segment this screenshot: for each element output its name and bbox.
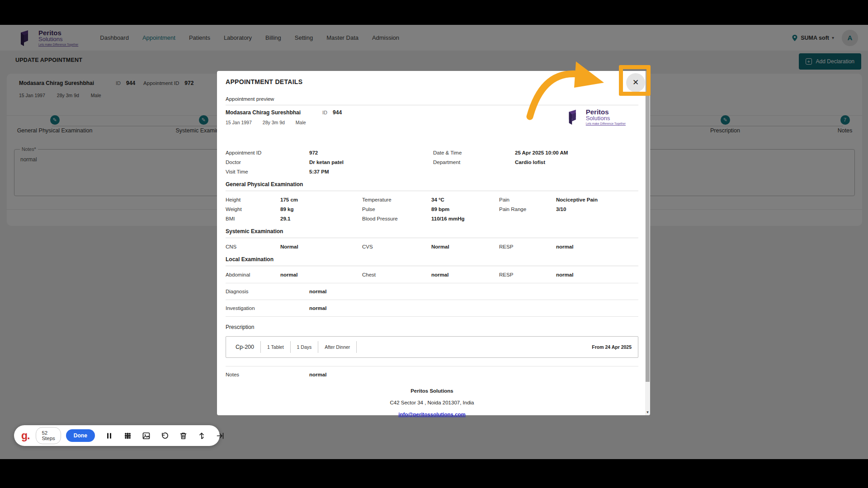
modal-notes-row: Notes normal: [226, 372, 638, 377]
detail-label: CVS: [362, 244, 431, 249]
skip-to-end-button[interactable]: [216, 432, 225, 440]
section-title-local: Local Examination: [226, 256, 638, 263]
divider: [226, 316, 638, 317]
detail-label: Investigation: [226, 305, 309, 311]
detail-value: normal: [309, 289, 638, 294]
section-title-systemic: Systemic Examination: [226, 228, 638, 235]
delete-button[interactable]: [179, 432, 188, 440]
divider: [226, 238, 638, 238]
detail-value: Normal: [280, 244, 362, 249]
detail-label: Appointment ID: [226, 150, 309, 155]
detail-label: Department: [433, 160, 515, 165]
upload-button[interactable]: [198, 432, 206, 440]
gpe-grid: Height 175 cm Temperature 34 °C Pain Noc…: [226, 197, 638, 221]
patient-dob: 15 Jan 1997: [226, 120, 252, 125]
divider: [318, 341, 318, 353]
medicine-duration: 1 Days: [297, 344, 312, 350]
detail-value: Dr ketan patel: [309, 160, 433, 165]
divider: [226, 366, 638, 366]
patient-name: Modasara Chirag Sureshbhai: [226, 109, 301, 116]
diagnosis-row: Diagnosis normal: [226, 289, 638, 294]
brand-text: Peritos Solutions Lets make Difference T…: [586, 108, 626, 126]
steps-count-button[interactable]: 52 Steps: [36, 427, 61, 444]
brand-line2: Solutions: [586, 115, 626, 122]
detail-label: Weight: [226, 206, 280, 212]
guidde-toolbar: g. 52 Steps Done: [14, 425, 220, 446]
detail-value: normal: [280, 272, 362, 277]
brand-cube-icon: [566, 108, 583, 127]
detail-label: Visit Time: [226, 169, 309, 174]
detail-value: 175 cm: [280, 197, 362, 202]
detail-label: Abdominal: [226, 272, 280, 277]
footer-email-link[interactable]: info@peritossolutions.com: [398, 412, 466, 417]
medicine-dose: 1 Tablet: [267, 344, 284, 350]
detail-value: 25 Apr 2025 10:00 AM: [515, 150, 638, 155]
divider: [226, 300, 638, 300]
appointment-details-modal: APPOINTMENT DETAILS ✕ Appointment previe…: [217, 71, 650, 415]
undo-button[interactable]: [160, 432, 169, 440]
detail-value: Cardio lofist: [515, 160, 638, 165]
detail-label: BMI: [226, 216, 280, 221]
footer-address: C42 Sector 34 , Noida 201307, India: [226, 400, 638, 405]
footer-company: Peritos Solutions: [226, 388, 638, 394]
blur-button[interactable]: [123, 432, 132, 440]
detail-label: Height: [226, 197, 280, 202]
medicine-timing: After Dinner: [325, 344, 350, 350]
detail-value: normal: [309, 305, 638, 311]
detail-value: normal: [431, 272, 499, 277]
patient-age: 28y 3m 9d: [263, 120, 285, 125]
detail-value: 29.1: [280, 216, 362, 221]
scrollbar-thumb[interactable]: [646, 71, 650, 382]
pause-button[interactable]: [105, 432, 113, 440]
detail-value: 972: [309, 150, 433, 155]
detail-label: Pulse: [362, 206, 431, 212]
modal-footer: Peritos Solutions C42 Sector 34 , Noida …: [226, 388, 638, 417]
divider: [226, 283, 638, 283]
appointment-details-grid: Appointment ID 972 Date & Time 25 Apr 20…: [226, 150, 638, 174]
modal-body: Appointment preview Modasara Chirag Sure…: [217, 91, 646, 417]
detail-value: 110/16 mmHg: [431, 216, 499, 221]
patient-gender: Male: [296, 120, 306, 125]
brand-tagline: Lets make Difference Together: [586, 122, 626, 126]
detail-value: normal: [309, 372, 638, 377]
detail-value: 3/10: [556, 206, 638, 212]
image-button[interactable]: [142, 432, 151, 440]
divider: [226, 266, 638, 266]
detail-label: Diagnosis: [226, 289, 309, 294]
detail-label: Temperature: [362, 197, 431, 202]
investigation-row: Investigation normal: [226, 305, 638, 311]
detail-value: 89 bpm: [431, 206, 499, 212]
detail-value: Nociceptive Pain: [556, 197, 638, 202]
detail-label: Doctor: [226, 160, 309, 165]
modal-scrollbar[interactable]: ▼: [645, 71, 650, 415]
detail-label: RESP: [499, 272, 556, 277]
detail-label: Pain: [499, 197, 556, 202]
guidde-logo: g.: [21, 430, 29, 442]
modal-subtitle: Appointment preview: [226, 96, 638, 102]
patient-id: 944: [333, 109, 342, 116]
detail-label: CNS: [226, 244, 280, 249]
section-title-prescription: Prescription: [226, 324, 638, 330]
patient-id-label: ID: [322, 110, 327, 115]
prescription-item: Cp-200 1 Tablet 1 Days After Dinner From…: [226, 336, 638, 358]
detail-value: Normal: [431, 244, 499, 249]
detail-label: Blood Pressure: [362, 216, 431, 221]
detail-label: Notes: [226, 372, 309, 377]
divider: [226, 191, 638, 191]
brand-line1: Peritos: [586, 108, 626, 115]
scroll-down-icon[interactable]: ▼: [645, 410, 650, 414]
modal-title: APPOINTMENT DETAILS: [226, 78, 302, 85]
done-button[interactable]: Done: [66, 429, 95, 442]
detail-value: 34 °C: [431, 197, 499, 202]
medicine-name: Cp-200: [236, 344, 254, 350]
detail-value: normal: [556, 272, 638, 277]
local-grid: Abdominal normal Chest normal RESP norma…: [226, 272, 638, 277]
detail-value: 89 kg: [280, 206, 362, 212]
detail-label: RESP: [499, 244, 556, 249]
divider: [290, 341, 291, 353]
detail-label: Chest: [362, 272, 431, 277]
medicine-from-date: From 24 Apr 2025: [592, 344, 632, 350]
annotation-highlight-box: [619, 65, 651, 96]
detail-value: normal: [556, 244, 638, 249]
detail-label: Pain Range: [499, 206, 556, 212]
